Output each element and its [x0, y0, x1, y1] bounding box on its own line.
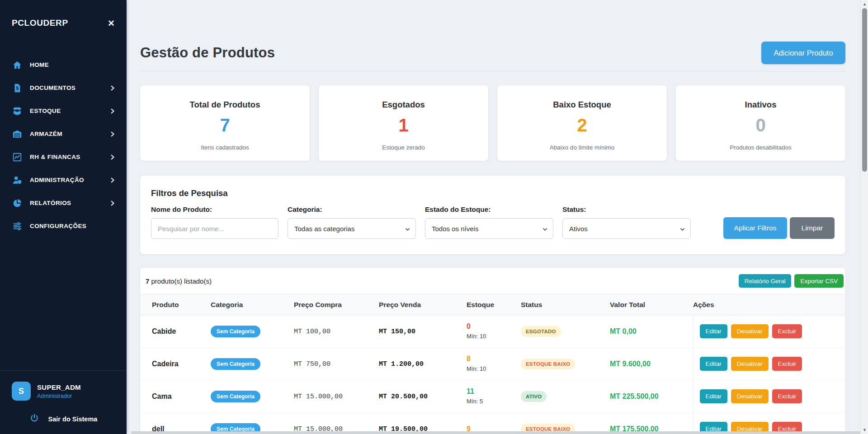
power-icon [29, 413, 39, 425]
sell-price: MT 20.500,00 [379, 393, 428, 401]
sidebar-item-admin-shield[interactable]: ADMINISTRAÇÃO [0, 168, 127, 191]
page-title: Gestão de Produtos [140, 45, 275, 61]
sidebar-item-label: ADMINISTRAÇÃO [30, 177, 84, 183]
chevron-right-icon [109, 177, 116, 183]
stock-quantity: 11 [467, 388, 521, 395]
category-badge: Sem Categoria [211, 358, 260, 370]
sidebar-item-label: DOCUMENTOS [30, 84, 75, 91]
stat-title: Esgotados [319, 100, 488, 110]
stat-card: Esgotados 1 Estoque zerado [319, 85, 488, 161]
status-label: Status: [562, 205, 691, 214]
delete-button[interactable]: Excluir [772, 357, 802, 371]
sell-price: MT 150,00 [379, 328, 415, 336]
edit-button[interactable]: Editar [700, 389, 727, 403]
stat-caption: Produtos desabilitados [676, 144, 845, 151]
row-actions: EditarDesativarExcluir [693, 348, 845, 380]
category-label: Categoria: [288, 205, 416, 214]
total-value: MT 0,00 [610, 327, 637, 335]
logout-button[interactable]: Sair do Sistema [12, 413, 115, 425]
status-badge: ATIVO [521, 391, 547, 402]
sidebar-item-documents[interactable]: $DOCUMENTOS [0, 76, 127, 99]
general-report-button[interactable]: Relatório Geral [739, 274, 792, 288]
stat-card: Baixo Estoque 2 Abaixo do limite mínimo [497, 85, 667, 161]
settings-sliders-icon [12, 221, 22, 231]
sidebar-item-reports-pie[interactable]: RELATÓRIOS [0, 191, 127, 215]
edit-button[interactable]: Editar [700, 324, 727, 338]
sidebar-nav: HOME$DOCUMENTOSESTOQUEARMAZÉMRH & FINANC… [0, 53, 127, 238]
horizontal-scrollbar[interactable] [131, 431, 860, 434]
user-name: SUPER_ADM [37, 383, 81, 391]
sell-price: MT 1.200,00 [379, 360, 424, 368]
column-header: Preço Venda [379, 294, 467, 315]
sidebar-item-home[interactable]: HOME [0, 53, 127, 76]
sidebar-item-label: RH & FINANCAS [30, 154, 80, 160]
chevron-right-icon [109, 154, 116, 160]
sidebar-item-label: RELATÓRIOS [30, 200, 71, 206]
products-table: ProdutoCategoriaPreço CompraPreço VendaE… [140, 294, 845, 434]
stat-caption: Itens cadastrados [140, 144, 310, 151]
buy-price: MT 15.000,00 [294, 393, 343, 401]
stock-state-select[interactable]: Todos os níveis [425, 218, 553, 239]
row-actions: EditarDesativarExcluir [693, 413, 845, 434]
add-product-button[interactable]: Adicionar Produto [761, 42, 845, 64]
clear-filters-button[interactable]: Limpar [790, 217, 835, 239]
logout-label: Sair do Sistema [48, 415, 98, 423]
category-select[interactable]: Todas as categorias [288, 218, 416, 239]
sidebar-item-warehouse[interactable]: ARMAZÉM [0, 122, 127, 145]
products-count: 7 produto(s) listado(s) [146, 277, 212, 285]
sidebar-item-label: ESTOQUE [30, 107, 61, 114]
stat-title: Baixo Estoque [497, 100, 667, 110]
table-row: CamaSem CategoriaMT 15.000,00MT 20.500,0… [140, 380, 845, 413]
scroll-down-arrow-icon[interactable]: ▼ [861, 427, 868, 433]
edit-button[interactable]: Editar [700, 357, 727, 371]
column-header: Estoque [467, 294, 521, 315]
chevron-right-icon [109, 108, 116, 114]
main-content: Gestão de Produtos Adicionar Produto Tot… [127, 0, 860, 434]
stock-box-icon [12, 106, 22, 116]
delete-button[interactable]: Excluir [772, 324, 802, 338]
status-select[interactable]: Ativos [562, 218, 691, 239]
stats-row: Total de Produtos 7 Itens cadastradosEsg… [140, 85, 845, 161]
stat-value: 7 [140, 116, 310, 134]
product-name: Cabide [152, 327, 211, 336]
chevron-right-icon [109, 200, 116, 206]
stat-value: 0 [676, 116, 845, 134]
sidebar-item-stock-box[interactable]: ESTOQUE [0, 99, 127, 122]
stock-quantity: 0 [467, 323, 521, 330]
close-icon[interactable]: ✕ [108, 19, 115, 28]
sidebar-item-finance-chart[interactable]: RH & FINANCAS [0, 145, 127, 168]
column-header: Status [521, 294, 610, 315]
filters-panel: Filtros de Pesquisa Nome do Produto: Cat… [140, 176, 845, 254]
stock-minimum: Mín: 5 [467, 398, 521, 405]
product-name-input[interactable] [151, 218, 278, 239]
row-actions: EditarDesativarExcluir [693, 380, 845, 413]
row-actions: EditarDesativarExcluir [693, 315, 845, 348]
stat-card: Total de Produtos 7 Itens cadastrados [140, 85, 310, 161]
scroll-up-arrow-icon[interactable]: ▲ [861, 1, 868, 7]
stat-caption: Abaixo do limite mínimo [497, 144, 667, 151]
vertical-scrollbar[interactable]: ▲ ▼ [860, 0, 868, 434]
stat-title: Total de Produtos [140, 100, 310, 110]
vertical-scrollbar-thumb[interactable] [862, 8, 867, 172]
column-header: Valor Total [610, 294, 693, 315]
sidebar-item-label: HOME [30, 61, 49, 68]
svg-text:$: $ [16, 86, 19, 91]
status-badge: ESTOQUE BAIXO [521, 359, 575, 369]
product-name: Cadeira [152, 360, 211, 368]
filters-title: Filtros de Pesquisa [151, 188, 835, 198]
deactivate-button[interactable]: Desativar [731, 324, 769, 338]
product-name-label: Nome do Produto: [151, 205, 278, 214]
chevron-right-icon [109, 131, 116, 137]
product-name: Cama [152, 392, 211, 401]
delete-button[interactable]: Excluir [772, 389, 802, 403]
table-row: CabideSem CategoriaMT 100,00MT 150,000Mí… [140, 315, 845, 348]
stat-caption: Estoque zerado [319, 144, 488, 151]
sidebar: PCLOUDERP ✕ HOME$DOCUMENTOSESTOQUEARMAZÉ… [0, 0, 127, 434]
export-csv-button[interactable]: Exportar CSV [794, 274, 844, 288]
column-header: Produto [140, 294, 211, 315]
sidebar-item-settings-sliders[interactable]: CONFIGURAÇÕES [0, 215, 127, 238]
deactivate-button[interactable]: Desativar [731, 389, 769, 403]
deactivate-button[interactable]: Desativar [731, 357, 769, 371]
admin-shield-icon [12, 175, 22, 185]
apply-filters-button[interactable]: Aplicar Filtros [723, 217, 787, 239]
